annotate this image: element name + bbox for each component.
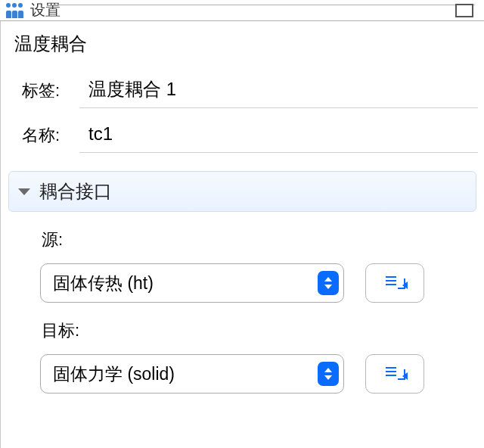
- target-label: 目标:: [22, 303, 463, 354]
- label-row: 标签:: [1, 68, 484, 113]
- top-bar: 设置: [0, 0, 484, 21]
- source-row: 固体传热 (ht): [22, 263, 463, 303]
- section-header-label: 耦合接口: [39, 179, 112, 204]
- goto-icon: [386, 365, 404, 383]
- target-select-value: 固体力学 (solid): [53, 362, 318, 386]
- label-field-label: 标签:: [22, 79, 69, 102]
- section-header-coupling[interactable]: 耦合接口: [8, 171, 476, 212]
- topbar-label: 设置: [30, 0, 60, 20]
- updown-icon: [318, 362, 339, 386]
- settings-panel: 温度耦合 标签: 名称: 耦合接口 源: 固体传热 (ht) 目标:: [0, 21, 484, 448]
- source-select[interactable]: 固体传热 (ht): [40, 263, 344, 303]
- name-field-label: 名称:: [22, 124, 69, 147]
- goto-icon: [386, 274, 404, 292]
- name-input[interactable]: [79, 117, 478, 153]
- chevron-down-icon: [18, 188, 30, 195]
- panel-title: 温度耦合: [1, 21, 484, 68]
- label-input[interactable]: [79, 73, 478, 108]
- source-label: 源:: [22, 212, 463, 263]
- target-select[interactable]: 固体力学 (solid): [40, 354, 344, 394]
- topbar-divider: [53, 5, 475, 5]
- name-row: 名称:: [1, 113, 484, 157]
- target-row: 固体力学 (solid): [22, 354, 463, 394]
- source-goto-button[interactable]: [365, 263, 424, 303]
- source-select-value: 固体传热 (ht): [53, 272, 318, 295]
- window-control-icon[interactable]: [455, 4, 473, 17]
- target-goto-button[interactable]: [365, 354, 424, 394]
- updown-icon: [318, 271, 339, 295]
- settings-multiphysics-icon: [5, 3, 24, 18]
- coupling-fields: 源: 固体传热 (ht) 目标: 固体力学 (solid): [1, 212, 484, 394]
